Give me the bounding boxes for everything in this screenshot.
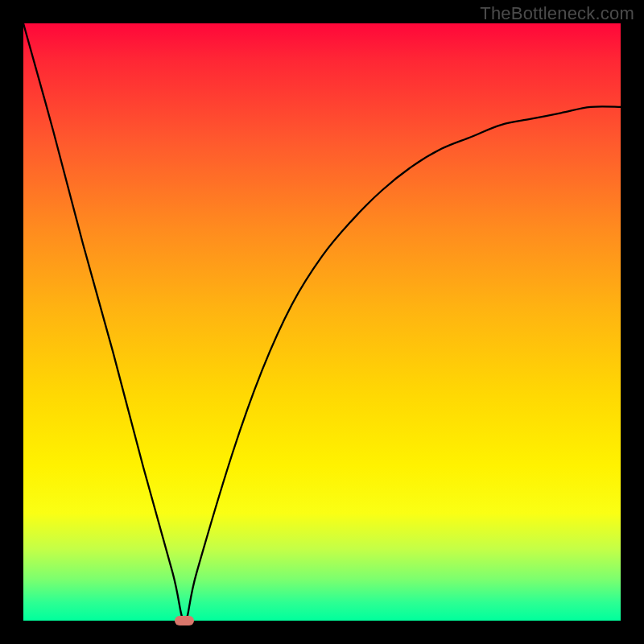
bottleneck-curve — [23, 23, 621, 621]
plot-area — [23, 23, 621, 621]
curve-svg — [23, 23, 621, 621]
watermark-text: TheBottleneck.com — [480, 3, 634, 24]
minimum-marker — [175, 616, 194, 625]
chart-frame: TheBottleneck.com — [0, 0, 644, 644]
